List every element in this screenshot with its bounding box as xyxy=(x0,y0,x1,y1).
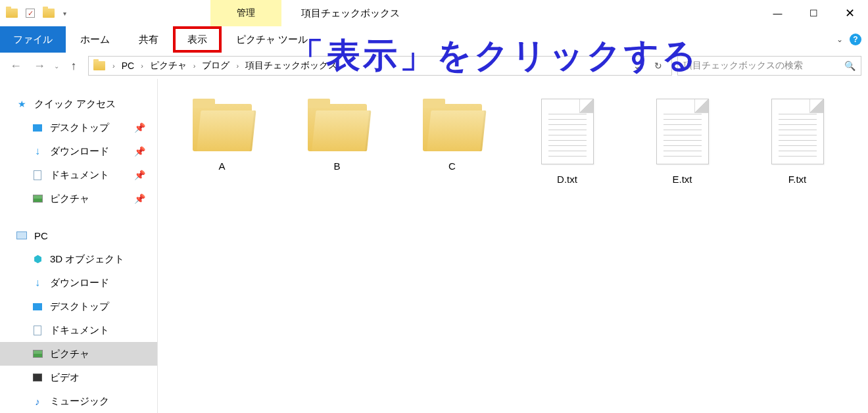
refresh-button[interactable]: ↻ xyxy=(649,57,667,75)
breadcrumb-sep: › xyxy=(189,62,200,70)
folder-item[interactable]: B xyxy=(286,99,388,172)
pin-icon: 📌 xyxy=(134,170,145,180)
close-button[interactable]: ✕ xyxy=(832,0,868,26)
sidebar-videos[interactable]: ビデオ xyxy=(0,366,157,389)
download-icon: ↓ xyxy=(32,145,43,157)
item-label: A xyxy=(218,160,225,172)
pictures-icon xyxy=(32,348,43,360)
folder-item[interactable]: C xyxy=(401,99,503,172)
item-label: C xyxy=(448,160,456,172)
sidebar-documents-2[interactable]: ドキュメント xyxy=(0,318,157,342)
item-label: E.txt xyxy=(672,174,692,185)
sidebar-downloads[interactable]: ↓ ダウンロード 📌 xyxy=(0,139,157,163)
sidebar-pc[interactable]: PC xyxy=(0,224,157,247)
sidebar-label: PC xyxy=(34,230,48,241)
folder-icon xyxy=(308,99,367,151)
explorer-icon xyxy=(5,7,18,20)
sidebar-label: クイック アクセス xyxy=(34,98,116,110)
sidebar-label: デスクトップ xyxy=(50,301,109,313)
sidebar-label: ドキュメント xyxy=(50,324,109,337)
item-label: B xyxy=(333,160,340,172)
pc-icon xyxy=(16,230,28,241)
text-file-icon xyxy=(541,99,594,164)
breadcrumb-sep: › xyxy=(108,62,119,70)
sidebar-desktop-2[interactable]: デスクトップ xyxy=(0,295,157,318)
folder-icon xyxy=(193,99,252,151)
item-label: D.txt xyxy=(557,174,577,185)
ribbon-tabs: ファイル ホーム 共有 表示 ピクチャ ツール ⌄ ? xyxy=(0,26,868,53)
sidebar-documents[interactable]: ドキュメント 📌 xyxy=(0,163,157,187)
sidebar-label: ビデオ xyxy=(50,372,80,384)
tab-picture-tools[interactable]: ピクチャ ツール xyxy=(222,26,322,53)
minimize-button[interactable]: — xyxy=(760,0,796,26)
nav-recent-dropdown[interactable]: ⌄ xyxy=(54,62,59,70)
folder-icon xyxy=(423,99,482,151)
title-context: 管理 項目チェックボックス xyxy=(210,0,400,26)
music-icon: ♪ xyxy=(32,395,43,407)
explorer-body: ★ クイック アクセス デスクトップ 📌 ↓ ダウンロード 📌 ドキュメント 📌… xyxy=(0,79,868,413)
breadcrumb-seg-3[interactable]: 項目チェックボックス xyxy=(245,60,337,72)
sidebar-label: ドキュメント xyxy=(50,169,109,182)
tab-share[interactable]: 共有 xyxy=(124,26,173,53)
pin-icon: 📌 xyxy=(134,146,145,157)
ribbon-collapse-icon[interactable]: ⌄ xyxy=(836,35,843,44)
breadcrumb-seg-1[interactable]: ピクチャ xyxy=(150,60,187,72)
nav-up-button[interactable]: ↑ xyxy=(64,57,83,75)
help-icon[interactable]: ? xyxy=(850,34,861,45)
sidebar-3d-objects[interactable]: ⬢ 3D オブジェクト xyxy=(0,247,157,271)
sidebar-label: ピクチャ xyxy=(50,193,89,205)
item-label: F.txt xyxy=(788,174,807,185)
file-view: A B C D.txt E.txt F.txt xyxy=(158,79,868,413)
sidebar-pictures[interactable]: ピクチャ 📌 xyxy=(0,187,157,210)
address-bar[interactable]: › PC › ピクチャ › ブログ › 項目チェックボックス ⌄ ↻ xyxy=(88,56,672,76)
qat-dropdown[interactable]: ▾ xyxy=(63,10,66,17)
breadcrumb-sep: › xyxy=(232,62,243,70)
breadcrumb-seg-0[interactable]: PC xyxy=(122,61,134,71)
breadcrumb-sep: › xyxy=(137,62,147,70)
sidebar-quick-access[interactable]: ★ クイック アクセス xyxy=(0,92,157,116)
window-title: 項目チェックボックス xyxy=(301,7,400,20)
address-dropdown-button[interactable]: ⌄ xyxy=(628,57,646,75)
sidebar-music[interactable]: ♪ ミュージック xyxy=(0,389,157,413)
sidebar-label: 3D オブジェクト xyxy=(50,253,124,266)
nav-bar: ← → ⌄ ↑ › PC › ピクチャ › ブログ › 項目チェックボックス ⌄… xyxy=(0,53,868,79)
quick-access-toolbar: ✓ ▾ xyxy=(0,7,66,20)
nav-forward-button[interactable]: → xyxy=(30,57,49,75)
address-folder-icon xyxy=(93,59,106,72)
nav-back-button[interactable]: ← xyxy=(7,57,25,75)
document-icon xyxy=(32,169,43,181)
file-item[interactable]: E.txt xyxy=(631,99,733,185)
sidebar-downloads-2[interactable]: ↓ ダウンロード xyxy=(0,271,157,295)
title-bar: ✓ ▾ 管理 項目チェックボックス — ☐ ✕ xyxy=(0,0,868,26)
desktop-icon xyxy=(32,122,43,134)
search-placeholder: 項目チェックボックスの検索 xyxy=(683,60,803,72)
text-file-icon xyxy=(656,99,709,164)
tab-file[interactable]: ファイル xyxy=(0,26,66,53)
breadcrumb-seg-2[interactable]: ブログ xyxy=(202,60,229,72)
checkbox-qat-icon[interactable]: ✓ xyxy=(24,7,37,20)
pictures-icon xyxy=(32,193,43,205)
search-input[interactable]: 項目チェックボックスの検索 🔍 xyxy=(677,56,861,76)
folder-item[interactable]: A xyxy=(171,99,273,172)
video-icon xyxy=(32,372,43,383)
download-icon: ↓ xyxy=(32,277,43,289)
sidebar-label: ダウンロード xyxy=(50,145,109,158)
tab-home[interactable]: ホーム xyxy=(66,26,124,53)
sidebar-label: ミュージック xyxy=(50,395,109,408)
sidebar-label: ダウンロード xyxy=(50,277,109,289)
file-item[interactable]: D.txt xyxy=(516,99,618,185)
navigation-pane: ★ クイック アクセス デスクトップ 📌 ↓ ダウンロード 📌 ドキュメント 📌… xyxy=(0,79,158,413)
text-file-icon xyxy=(771,99,824,164)
sidebar-desktop[interactable]: デスクトップ 📌 xyxy=(0,116,157,139)
folder-qat-icon[interactable] xyxy=(42,7,55,20)
tab-view[interactable]: 表示 xyxy=(173,26,222,53)
sidebar-pictures-2[interactable]: ピクチャ xyxy=(0,342,157,366)
maximize-button[interactable]: ☐ xyxy=(796,0,832,26)
sidebar-label: デスクトップ xyxy=(50,122,109,134)
context-tab-manage[interactable]: 管理 xyxy=(210,0,281,26)
desktop-icon xyxy=(32,301,43,312)
pin-icon: 📌 xyxy=(134,122,145,133)
search-icon: 🔍 xyxy=(844,61,856,71)
file-item[interactable]: F.txt xyxy=(746,99,848,185)
pin-icon: 📌 xyxy=(134,193,145,204)
